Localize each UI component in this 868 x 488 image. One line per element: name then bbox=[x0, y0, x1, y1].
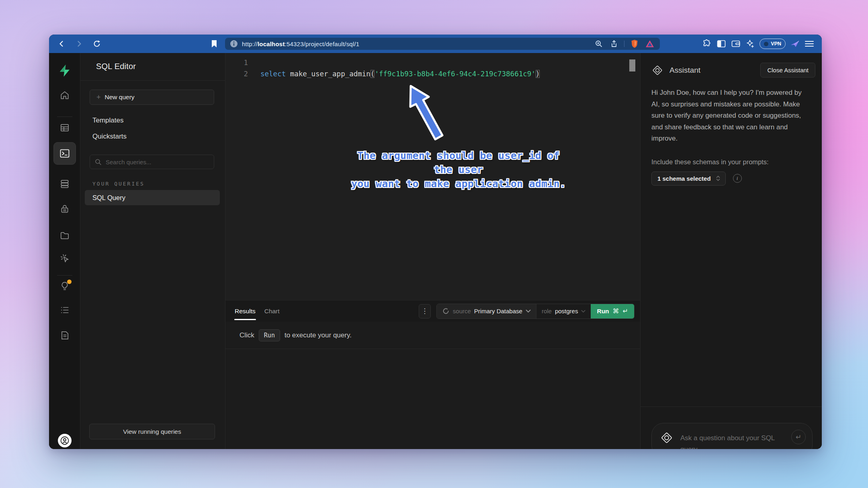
sql-function: make_user_app_admin bbox=[290, 70, 371, 78]
cmd-key-icon: ⌘ bbox=[613, 307, 619, 315]
schema-select-dropdown[interactable]: 1 schema selected bbox=[651, 172, 726, 186]
assistant-input-ai-icon bbox=[659, 431, 674, 445]
search-queries-box[interactable] bbox=[90, 155, 214, 169]
annotation-line-1: The argument should be user_id of the us… bbox=[346, 149, 571, 177]
role-label: role bbox=[542, 308, 552, 314]
forward-icon[interactable] bbox=[74, 39, 84, 49]
role-select[interactable]: role postgres bbox=[536, 304, 591, 319]
storage-icon[interactable] bbox=[59, 230, 70, 241]
chevron-down-icon bbox=[581, 310, 585, 313]
sidebar-item-quickstarts[interactable]: Quickstarts bbox=[92, 133, 127, 141]
purple-extension-icon[interactable] bbox=[790, 39, 800, 49]
annotation-caption: The argument should be user_id of the us… bbox=[346, 149, 571, 191]
brave-shield-icon[interactable] bbox=[629, 39, 640, 49]
extension-triangle-icon[interactable] bbox=[645, 39, 655, 49]
search-queries-input[interactable] bbox=[106, 159, 198, 165]
view-running-queries-button[interactable]: View running queries bbox=[89, 424, 215, 439]
code-editor[interactable]: 1 2 selectmake_user_app_admin('ff9c1b93-… bbox=[225, 53, 640, 300]
code-line-2: 2 selectmake_user_app_admin('ff9c1b93-b8… bbox=[225, 68, 540, 80]
share-icon[interactable] bbox=[609, 39, 619, 49]
sql-editor-sidebar: SQL Editor + New query Templates Quickst… bbox=[80, 53, 225, 449]
run-button[interactable]: Run ⌘ ↵ bbox=[591, 304, 634, 319]
browser-window: http://localhost:54323/project/default/s… bbox=[49, 35, 822, 449]
sidebar-item-templates[interactable]: Templates bbox=[92, 116, 123, 125]
assistant-question-input[interactable]: Ask a question about your SQL query... ↵ bbox=[651, 423, 813, 449]
vpn-button[interactable]: VPN bbox=[760, 39, 786, 49]
assistant-input-placeholder: Ask a question about your SQL query... bbox=[680, 433, 795, 449]
assistant-ai-icon bbox=[651, 64, 664, 77]
home-icon[interactable] bbox=[59, 90, 70, 100]
kebab-icon: ⋮ bbox=[421, 307, 428, 315]
reload-icon[interactable] bbox=[92, 39, 102, 49]
schemas-row: 1 schema selected i bbox=[641, 166, 822, 186]
search-icon bbox=[95, 159, 102, 165]
annotation-arrow bbox=[225, 53, 640, 300]
new-query-label: New query bbox=[105, 94, 135, 101]
assistant-greeting: Hi John Doe, how can I help you? I'm pow… bbox=[641, 78, 822, 145]
logs-icon[interactable] bbox=[59, 305, 70, 315]
line-number: 1 bbox=[225, 59, 248, 67]
desktop-background: http://localhost:54323/project/default/s… bbox=[0, 0, 868, 488]
schema-select-value: 1 schema selected bbox=[657, 175, 711, 182]
query-list-item-active[interactable]: SQL Query bbox=[85, 190, 220, 205]
editor-scroll-indicator[interactable] bbox=[629, 59, 635, 71]
edge-functions-icon[interactable] bbox=[59, 253, 70, 263]
vpn-status-dot bbox=[764, 42, 768, 46]
hint-prefix: Click bbox=[240, 331, 254, 339]
chevron-updown-icon bbox=[716, 175, 721, 182]
sidebar-panel-icon[interactable] bbox=[716, 39, 727, 49]
role-value: postgres bbox=[555, 308, 578, 314]
more-options-button[interactable]: ⋮ bbox=[419, 304, 431, 319]
url-text: http://localhost:54323/project/default/s… bbox=[242, 41, 359, 47]
wallet-icon[interactable] bbox=[731, 39, 741, 49]
site-info-icon[interactable] bbox=[230, 40, 238, 48]
rail-divider bbox=[57, 275, 72, 276]
tab-chart[interactable]: Chart bbox=[260, 300, 284, 322]
source-value: Primary Database bbox=[474, 308, 522, 314]
api-docs-icon[interactable] bbox=[59, 330, 70, 341]
assistant-footer: Ask a question about your SQL query... ↵ bbox=[641, 406, 822, 449]
results-toolbar: Results Chart ⋮ source Primary Database bbox=[225, 300, 640, 322]
results-empty-area bbox=[225, 349, 640, 449]
source-select[interactable]: source Primary Database bbox=[437, 304, 536, 319]
back-icon[interactable] bbox=[56, 39, 67, 49]
browser-toolbar: http://localhost:54323/project/default/s… bbox=[49, 35, 822, 53]
page-title: SQL Editor bbox=[96, 62, 136, 71]
enter-submit-icon[interactable]: ↵ bbox=[791, 430, 806, 444]
close-paren: ) bbox=[536, 70, 540, 78]
zoom-page-icon[interactable] bbox=[594, 39, 604, 49]
annotation-line-2: you want to make application admin. bbox=[346, 177, 571, 191]
open-paren: ( bbox=[371, 70, 375, 78]
sql-editor-main: 1 2 selectmake_user_app_admin('ff9c1b93-… bbox=[225, 53, 640, 449]
plus-icon: + bbox=[96, 93, 101, 102]
sql-editor-icon-active[interactable] bbox=[53, 142, 76, 165]
leo-ai-icon[interactable] bbox=[745, 39, 755, 49]
menu-icon[interactable] bbox=[804, 39, 815, 49]
supabase-logo[interactable] bbox=[58, 64, 72, 78]
rail-divider bbox=[57, 116, 72, 117]
run-hint: Click Run to execute your query. bbox=[225, 322, 640, 349]
extensions-icon[interactable] bbox=[702, 39, 712, 49]
url-bar[interactable]: http://localhost:54323/project/default/s… bbox=[225, 38, 660, 50]
advisors-lightbulb-icon[interactable] bbox=[59, 281, 70, 291]
chevron-down-icon bbox=[526, 309, 531, 313]
toolbar-divider bbox=[624, 41, 624, 47]
tab-results[interactable]: Results bbox=[230, 300, 260, 322]
table-editor-icon[interactable] bbox=[59, 123, 70, 133]
sql-string-uuid: 'ff9c1b93-b8b4-4ef6-94c4-219c738661c9' bbox=[375, 70, 535, 78]
auth-lock-icon[interactable] bbox=[59, 204, 70, 214]
schemas-label: Include these schemas in your prompts: bbox=[641, 145, 822, 166]
new-query-button[interactable]: + New query bbox=[90, 90, 214, 105]
line-number: 2 bbox=[225, 70, 248, 78]
bookmark-icon[interactable] bbox=[209, 39, 219, 49]
user-avatar[interactable] bbox=[58, 434, 72, 447]
close-assistant-button[interactable]: Close Assistant bbox=[760, 63, 815, 78]
assistant-title: Assistant bbox=[669, 66, 700, 75]
vpn-label: VPN bbox=[771, 41, 781, 47]
code-line-1: 1 bbox=[225, 57, 248, 68]
sidebar-divider bbox=[80, 80, 225, 81]
notification-dot bbox=[67, 280, 72, 284]
hint-suffix: to execute your query. bbox=[285, 331, 352, 339]
info-icon[interactable]: i bbox=[733, 174, 742, 183]
database-icon[interactable] bbox=[59, 179, 70, 189]
